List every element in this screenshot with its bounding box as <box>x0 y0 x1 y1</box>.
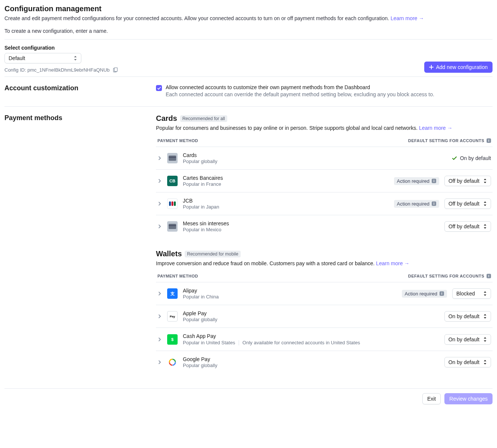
pm-row: CardsPopular globallyOn by default <box>156 147 493 169</box>
chevron-right-icon[interactable] <box>157 224 162 229</box>
svg-rect-1 <box>114 68 117 71</box>
learn-more-link[interactable]: Learn more <box>376 260 409 266</box>
learn-more-link[interactable]: Learn more <box>419 125 452 131</box>
pm-row: PayApple PayPopular globallyOn by defaul… <box>156 305 493 328</box>
pm-name: JCB <box>183 198 219 204</box>
col-payment-method: Payment method <box>157 138 198 143</box>
state-select[interactable]: On by default <box>444 357 491 367</box>
col-default-setting: Default setting for accounts <box>408 138 484 143</box>
pm-note: Only available for connected accounts in… <box>243 340 360 345</box>
updown-icon <box>483 314 487 319</box>
updown-icon <box>483 360 487 364</box>
pm-popularity: Popular in China <box>183 294 219 300</box>
pm-popularity: Popular in United States <box>183 340 235 345</box>
pm-name: Meses sin intereses <box>183 220 229 226</box>
chevron-right-icon[interactable] <box>157 291 162 296</box>
col-payment-method: Payment method <box>157 274 198 278</box>
info-icon: i <box>432 179 436 183</box>
chevron-right-icon[interactable] <box>157 201 162 206</box>
svg-rect-4 <box>169 201 171 206</box>
state-select[interactable]: Off by default <box>444 198 491 209</box>
col-default-setting: Default setting for accounts <box>408 274 484 278</box>
chevron-right-icon[interactable] <box>157 314 162 319</box>
cashapp-icon: $ <box>167 334 178 345</box>
updown-icon <box>74 56 77 60</box>
action-required-badge: Action requiredi <box>394 200 439 208</box>
group-badge: Recommended for mobile <box>185 251 240 257</box>
pm-row: JCBPopular in JapanAction requirediOff b… <box>156 192 493 215</box>
info-icon: i <box>432 201 436 206</box>
updown-icon <box>483 224 487 229</box>
state-select[interactable]: On by default <box>444 311 491 322</box>
review-changes-button[interactable]: Review changes <box>444 393 493 404</box>
action-required-badge: Action requiredi <box>394 177 439 185</box>
chevron-right-icon[interactable] <box>157 337 162 342</box>
state-select[interactable]: Off by default <box>444 221 491 232</box>
copy-icon[interactable] <box>113 68 118 73</box>
page-sub: To create a new configuration, enter a n… <box>4 28 493 34</box>
svg-rect-5 <box>172 201 174 206</box>
updown-icon <box>483 337 487 342</box>
pm-name: Alipay <box>183 288 219 294</box>
learn-more-link[interactable]: Learn more <box>391 15 424 21</box>
check-icon <box>157 86 161 90</box>
pm-name: Cash App Pay <box>183 333 360 339</box>
pm-popularity: Popular globally <box>183 159 218 164</box>
add-configuration-button[interactable]: Add new configuration <box>424 62 493 73</box>
pm-row: Meses sin interesesPopular in MexicoOff … <box>156 215 493 238</box>
payment-methods-heading: Payment methods <box>4 114 150 122</box>
chevron-right-icon[interactable] <box>157 156 162 160</box>
pm-name: Apple Pay <box>183 310 218 316</box>
account-custom-heading: Account customization <box>4 84 150 92</box>
card-icon <box>167 153 178 163</box>
page-title: Configuration management <box>4 4 493 13</box>
pm-row: CBCartes BancairesPopular in FranceActio… <box>156 169 493 192</box>
exit-button[interactable]: Exit <box>422 393 441 404</box>
google-pay-icon <box>167 357 178 367</box>
pm-row: $Cash App PayPopular in United States|On… <box>156 328 493 351</box>
pm-popularity: Popular globally <box>183 363 218 368</box>
info-icon: i <box>487 138 491 143</box>
pm-row: 支AlipayPopular in ChinaAction requirediB… <box>156 282 493 305</box>
state-select[interactable]: Blocked <box>452 288 491 299</box>
svg-rect-6 <box>174 201 176 206</box>
apple-pay-icon: Pay <box>167 311 178 322</box>
pm-name: Google Pay <box>183 356 218 362</box>
pm-popularity: Popular in Japan <box>183 204 219 210</box>
check-icon <box>452 156 457 161</box>
config-select[interactable]: Default <box>4 53 81 63</box>
updown-icon <box>483 201 487 206</box>
group-title: Cards <box>156 114 177 123</box>
allow-customization-checkbox[interactable] <box>156 85 162 91</box>
state-on-by-default: On by default <box>452 155 491 161</box>
info-icon: i <box>487 274 491 278</box>
group-desc: Improve conversion and reduce fraud on m… <box>156 260 493 266</box>
chevron-right-icon[interactable] <box>157 179 162 183</box>
group-desc: Popular for consumers and businesses to … <box>156 125 493 131</box>
info-icon: i <box>440 291 444 296</box>
state-select[interactable]: Off by default <box>444 176 491 186</box>
jcb-icon <box>167 198 178 209</box>
pm-popularity: Popular in France <box>183 181 221 187</box>
card-icon <box>167 221 178 232</box>
pm-popularity: Popular in Mexico <box>183 227 221 232</box>
pm-name: Cards <box>183 152 218 158</box>
allow-customization-desc: Each connected account can override the … <box>166 91 434 97</box>
page-desc: Create and edit payment method configura… <box>4 15 493 21</box>
svg-rect-3 <box>169 157 176 158</box>
chevron-right-icon[interactable] <box>157 360 162 364</box>
svg-rect-7 <box>169 224 176 229</box>
updown-icon <box>483 179 487 183</box>
state-select[interactable]: On by default <box>444 334 491 345</box>
cb-icon: CB <box>167 176 178 186</box>
group-title: Wallets <box>156 250 182 258</box>
action-required-badge: Action requiredi <box>402 290 447 298</box>
plus-icon <box>429 65 434 69</box>
svg-rect-8 <box>169 225 176 226</box>
pm-popularity: Popular globally <box>183 317 218 322</box>
alipay-icon: 支 <box>167 288 178 299</box>
pm-name: Cartes Bancaires <box>183 175 223 181</box>
updown-icon <box>483 291 487 296</box>
select-config-label: Select configuration <box>4 45 118 51</box>
allow-customization-label: Allow connected accounts to customize th… <box>166 84 434 90</box>
